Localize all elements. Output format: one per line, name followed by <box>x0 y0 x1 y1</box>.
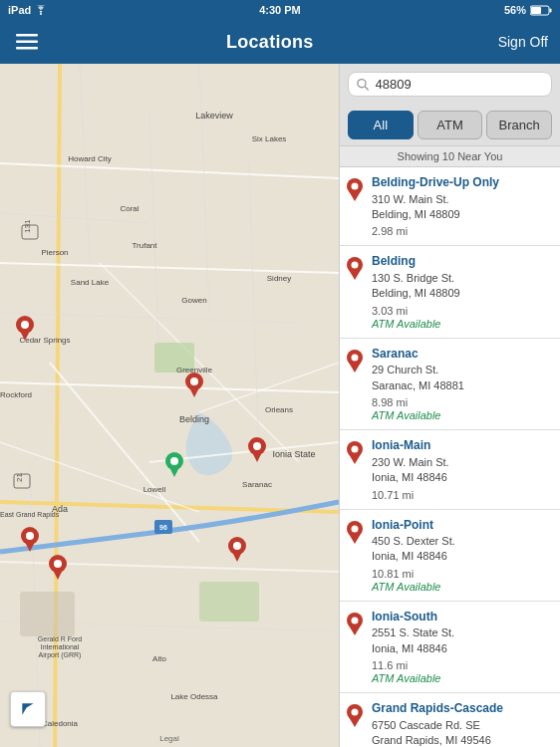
svg-text:Orleans: Orleans <box>265 405 293 414</box>
location-distance: 2.98 mi <box>372 225 552 237</box>
location-atm: ATM Available <box>372 318 552 330</box>
location-name: Ionia-Point <box>372 518 552 534</box>
location-details: Ionia-South 2551 S. State St.Ionia, MI 4… <box>372 610 552 684</box>
svg-point-81 <box>352 262 359 269</box>
wifi-icon <box>35 5 47 15</box>
svg-text:Rockford: Rockford <box>0 390 32 399</box>
list-item[interactable]: Ionia-Point 450 S. Dexter St.Ionia, MI 4… <box>340 510 560 602</box>
location-address: 310 W. Main St.Belding, MI 48809 <box>372 192 552 223</box>
svg-text:International: International <box>41 643 80 650</box>
carrier-label: iPad <box>8 4 31 16</box>
pin-icon <box>346 440 366 500</box>
svg-point-87 <box>352 525 359 532</box>
filter-all-button[interactable]: All <box>348 111 414 139</box>
list-item[interactable]: Belding-Drive-Up Only 310 W. Main St.Bel… <box>340 167 560 246</box>
locations-list[interactable]: Belding-Drive-Up Only 310 W. Main St.Bel… <box>340 167 560 747</box>
location-details: Ionia-Point 450 S. Dexter St.Ionia, MI 4… <box>372 518 552 593</box>
svg-line-77 <box>365 86 369 90</box>
location-button[interactable] <box>10 691 46 727</box>
list-item[interactable]: Belding 130 S. Bridge St.Belding, MI 488… <box>340 246 560 338</box>
map-svg: 131 21 96 Lakeview Six Lakes Howard City… <box>0 64 339 747</box>
location-details: Saranac 29 Church St.Saranac, MI 48881 8… <box>372 347 552 421</box>
location-distance: 3.03 mi <box>372 305 552 317</box>
svg-text:Howard City: Howard City <box>68 154 112 163</box>
svg-text:Lowell: Lowell <box>143 485 166 494</box>
search-box <box>340 64 560 105</box>
svg-rect-29 <box>20 592 75 636</box>
svg-rect-5 <box>16 41 38 44</box>
svg-text:Belding: Belding <box>179 414 209 424</box>
svg-text:Gerald R Ford: Gerald R Ford <box>38 635 82 642</box>
location-details: Ionia-Main 230 W. Main St.Ionia, MI 4884… <box>372 438 552 500</box>
search-input-wrap <box>348 72 552 97</box>
location-arrow-icon <box>19 700 37 718</box>
list-item[interactable]: Ionia-Main 230 W. Main St.Ionia, MI 4884… <box>340 430 560 509</box>
svg-rect-28 <box>199 582 259 622</box>
svg-point-67 <box>21 321 29 329</box>
list-item[interactable]: Ionia-South 2551 S. State St.Ionia, MI 4… <box>340 602 560 693</box>
location-distance: 8.98 mi <box>372 396 552 408</box>
main-content: 131 21 96 Lakeview Six Lakes Howard City… <box>0 64 560 747</box>
page-title: Locations <box>226 32 314 53</box>
svg-point-76 <box>358 79 366 87</box>
svg-point-83 <box>352 354 359 361</box>
sign-off-button[interactable]: Sign Off <box>498 34 548 50</box>
svg-text:Caledonia: Caledonia <box>42 719 79 728</box>
svg-text:96: 96 <box>159 524 167 531</box>
svg-text:Lake Odessa: Lake Odessa <box>170 692 218 701</box>
location-name: Ionia-South <box>372 610 552 625</box>
svg-text:Sand Lake: Sand Lake <box>71 278 110 287</box>
right-panel: All ATM Branch Showing 10 Near You Beldi… <box>339 64 560 747</box>
battery-icon <box>530 5 552 16</box>
location-atm: ATM Available <box>372 409 552 421</box>
list-item[interactable]: Grand Rapids-Cascade 6750 Cascade Rd. SE… <box>340 693 560 747</box>
svg-text:Alto: Alto <box>152 654 166 663</box>
pin-icon <box>346 256 366 329</box>
menu-button[interactable] <box>12 27 42 57</box>
location-details: Belding-Drive-Up Only 310 W. Main St.Bel… <box>372 175 552 237</box>
location-details: Grand Rapids-Cascade 6750 Cascade Rd. SE… <box>372 701 552 747</box>
location-address: 450 S. Dexter St.Ionia, MI 48846 <box>372 534 552 565</box>
svg-point-63 <box>190 377 198 385</box>
battery-label: 56% <box>504 4 526 16</box>
filter-branch-button[interactable]: Branch <box>486 111 552 139</box>
svg-text:Pierson: Pierson <box>41 248 68 257</box>
location-atm: ATM Available <box>372 581 552 593</box>
search-input[interactable] <box>376 77 543 92</box>
map-area[interactable]: 131 21 96 Lakeview Six Lakes Howard City… <box>0 64 339 747</box>
svg-text:Coral: Coral <box>120 204 139 213</box>
location-address: 130 S. Bridge St.Belding, MI 48809 <box>372 271 552 302</box>
location-atm: ATM Available <box>372 672 552 684</box>
svg-point-85 <box>352 446 359 453</box>
svg-point-69 <box>170 457 178 465</box>
location-distance: 10.71 mi <box>372 489 552 501</box>
status-bar: iPad 4:30 PM 56% <box>0 0 560 20</box>
location-name: Belding <box>372 254 552 270</box>
list-item[interactable]: Saranac 29 Church St.Saranac, MI 48881 8… <box>340 339 560 430</box>
status-left: iPad <box>8 4 47 16</box>
svg-text:Trufant: Trufant <box>132 241 157 250</box>
svg-point-65 <box>253 442 261 450</box>
location-details: Belding 130 S. Bridge St.Belding, MI 488… <box>372 254 552 329</box>
svg-text:Lakeview: Lakeview <box>195 111 233 121</box>
location-address: 29 Church St.Saranac, MI 48881 <box>372 363 552 393</box>
svg-point-0 <box>40 13 42 15</box>
status-time: 4:30 PM <box>259 4 301 16</box>
svg-text:Ionia State: Ionia State <box>272 449 315 459</box>
svg-point-71 <box>26 532 34 540</box>
svg-text:Gowen: Gowen <box>181 296 206 305</box>
svg-text:East Grand Rapids: East Grand Rapids <box>0 511 60 519</box>
location-name: Grand Rapids-Cascade <box>372 701 552 717</box>
location-name: Belding-Drive-Up Only <box>372 175 552 191</box>
svg-point-79 <box>352 183 359 190</box>
location-name: Saranac <box>372 347 552 363</box>
filter-row: All ATM Branch <box>340 105 560 146</box>
svg-rect-3 <box>531 7 541 14</box>
location-address: 230 W. Main St.Ionia, MI 48846 <box>372 455 552 486</box>
menu-icon <box>16 34 38 50</box>
pin-icon <box>346 177 366 237</box>
filter-atm-button[interactable]: ATM <box>418 111 483 139</box>
svg-point-75 <box>233 542 241 550</box>
pin-icon <box>346 703 366 747</box>
svg-text:131: 131 <box>23 219 32 233</box>
